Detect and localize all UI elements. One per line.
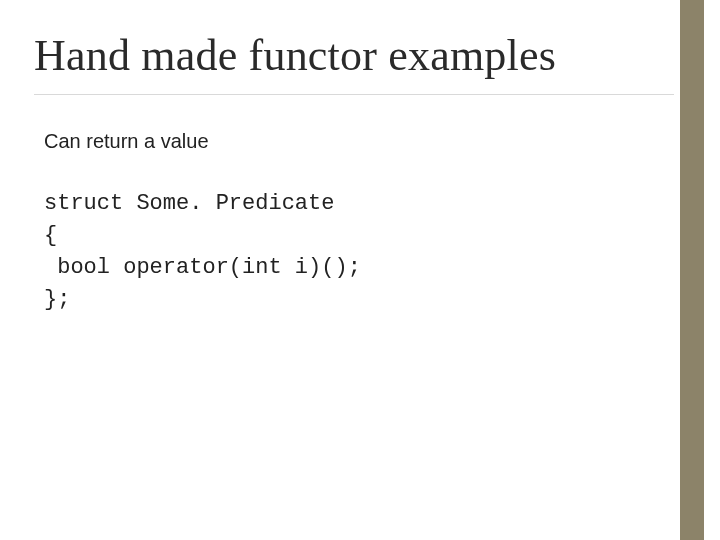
accent-bar — [680, 0, 704, 540]
code-line: { — [44, 223, 57, 248]
code-block: struct Some. Predicate { bool operator(i… — [44, 188, 361, 316]
title-underline — [34, 94, 674, 95]
code-line: struct Some. Predicate — [44, 191, 334, 216]
slide-title: Hand made functor examples — [34, 30, 556, 81]
slide: Hand made functor examples Can return a … — [0, 0, 720, 540]
slide-subtitle: Can return a value — [44, 130, 209, 153]
code-line: }; — [44, 287, 70, 312]
code-line: bool operator(int i)(); — [44, 255, 361, 280]
